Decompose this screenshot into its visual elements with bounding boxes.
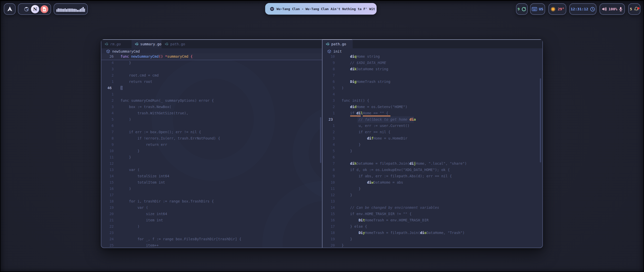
code-segment [188,54,190,58]
code-row: 4 [323,91,542,97]
editor-pane-left: rm.gosummary.gopath.go newSummaryCmd 26f… [101,40,322,248]
line-number: 46 [101,85,114,91]
line-number: 14 [323,205,335,211]
line-number: 4 [101,110,114,116]
code-line: // fallback to get home dia [342,117,416,121]
code-segment: } [120,149,140,153]
notification-count: 5 [630,7,632,11]
visualizer-bar [63,9,64,12]
code-row: 6 [101,123,322,129]
microphone-icon [619,7,623,12]
globe-tray-icon[interactable] [24,7,29,12]
line-number: 5 [101,116,114,123]
notifications-widget[interactable]: 5 [628,3,640,15]
line-number: 2 [101,97,114,104]
code-row: 7 if err := box.Open(); err != nil { [101,129,322,135]
code-segment: // fallback to get home [358,116,409,123]
sun-icon [550,7,556,12]
code-segment [342,54,350,58]
line-number: 13 [323,198,335,205]
tab-path-go[interactable]: path.go [162,40,192,48]
code-line: difHome = u.HomeDir [342,136,407,140]
line-number: 6 [323,154,335,160]
code-segment: return root [120,80,152,84]
line-number: 19 [323,236,335,242]
code-row: 5) [323,85,542,91]
code-row: 20} [323,242,542,248]
code-segment: Di [358,231,363,235]
notion-tray-icon[interactable]: N [31,5,39,13]
line-number: 13 [101,167,114,173]
line-number: 17 [323,223,335,230]
updates-widget[interactable]: 9 [516,3,528,15]
line-number: 4 [101,60,114,66]
refresh-circle-icon [521,7,526,12]
code-row: 8 if !errors.Is(err, trash.ErrNotFound) … [101,135,322,142]
tab-label: rm.go [110,42,121,46]
audio-widget[interactable]: 100% [599,3,625,15]
code-segment [342,136,367,140]
code-line: u, err := user.Current() [342,124,410,128]
code-segment: size int64 [120,212,167,216]
line-number: 10 [101,148,114,154]
tab-rm-go[interactable]: rm.go [101,40,132,48]
code-line: } [342,143,361,147]
code-row: 6 [323,154,542,160]
code-line: return err [120,143,167,147]
code-segment [342,105,350,109]
code-row: 1 if dilHome == "" { [323,110,542,116]
code-line: if !errors.Is(err, trash.ErrNotFound) { [120,136,220,140]
line-number: 21 [101,217,114,223]
tab-summary-go[interactable]: summary.go [132,40,162,48]
pane-separator[interactable] [322,40,323,248]
scrollbar-left-pane[interactable] [320,117,321,163]
code-line: } [342,237,352,241]
code-line: } [342,149,352,153]
code-segment: for i, trashDir := range box.TrashDirs { [120,199,214,203]
code-line: var ( [120,206,148,210]
keyboard-layout-widget[interactable]: US [530,3,545,15]
code-segment: } [342,149,352,153]
line-number: 3 [101,66,114,72]
code-segment [342,117,358,121]
visualizer-bar [56,9,58,12]
code-segment: di [410,161,414,165]
line-number: 10 [323,53,335,60]
weather-widget[interactable]: 29° [548,3,566,15]
code-row: 21 item int [101,217,322,223]
launcher-button[interactable] [4,3,16,15]
code-segment: DataHome string [356,67,388,71]
line-number: 7 [101,129,114,135]
editor-pane-right: path.go init 10 diqHome string9 // $XDG_… [323,40,542,248]
scrollbar-right-pane[interactable] [540,78,541,162]
document-tray-icon[interactable] [41,5,48,13]
code-row: 23 [101,230,322,236]
code-segment: l [361,111,363,115]
code-segment: g [354,80,356,84]
code-row: 3func init() { [323,97,542,104]
breadcrumb-label: newSummaryCmd [112,49,140,53]
code-segment: t [363,218,365,222]
line-number: 15 [323,211,335,217]
code-line: diqHome string [342,54,380,58]
line-number: 8 [101,135,114,142]
tab-label: path.go [331,42,346,46]
breadcrumb-right: init [323,48,542,53]
visualizer-bar [71,9,73,12]
now-playing-widget[interactable]: Wu-Tang Clan - Wu-Tang Clan Ain't Nuthin… [265,3,377,15]
line-number: 23 [323,116,335,123]
code-row: 16 DitHomeTrash = env.HOME_TRASH_DIR [323,217,542,223]
tab-path-go[interactable]: path.go [323,40,353,48]
code-segment: di [350,105,354,109]
temperature-label: 29° [558,7,564,11]
code-segment: { [190,54,192,58]
code-left[interactable]: 26func newSummaryCmd() *summaryCmd {4 }3… [101,53,322,248]
code-row: 1 u, err := user.Current() [323,123,542,129]
code-row: 13 [323,198,542,205]
code-row: 11 } [101,154,322,160]
code-row: 4 trash.WithGetSize(true), [101,110,322,116]
clock-widget[interactable]: 12:31:12 [569,3,596,15]
code-right[interactable]: 10 diqHome string9 // $XDG_DATA_HOME8 di… [323,53,542,248]
code-line: box := trash.NewBox( [120,105,171,109]
code-segment: // Can be changed by environment variabl… [342,206,439,210]
